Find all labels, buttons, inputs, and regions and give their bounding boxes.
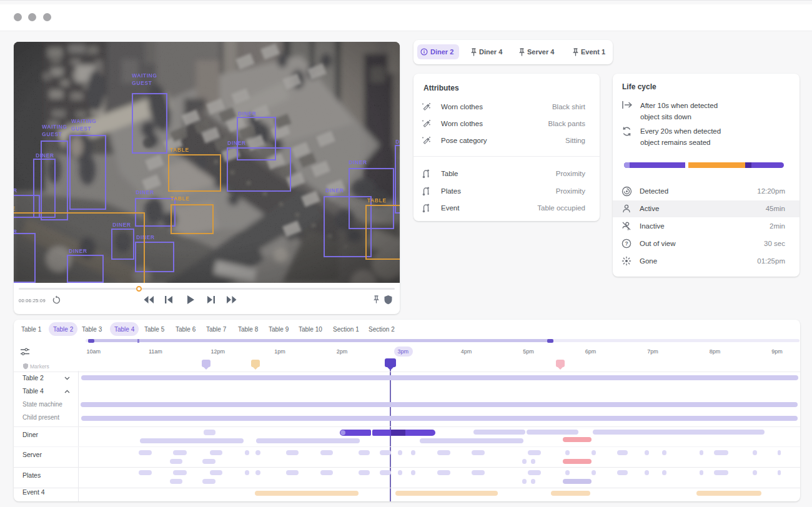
svg-text:GUEST: GUEST xyxy=(71,126,91,132)
svg-text:TABLE: TABLE xyxy=(367,197,387,204)
svg-text:DINER: DINER xyxy=(69,248,87,254)
svg-text:TABLE: TABLE xyxy=(14,205,16,212)
svg-text:DINER: DINER xyxy=(136,189,154,195)
svg-text:DINER: DINER xyxy=(395,139,400,145)
svg-text:TABLE: TABLE xyxy=(170,147,189,153)
svg-text:DINER: DINER xyxy=(136,234,154,240)
svg-text:WAITING: WAITING xyxy=(71,118,97,124)
svg-text:DINER: DINER xyxy=(112,222,131,228)
svg-text:?: ? xyxy=(625,240,628,247)
svg-text:DINER: DINER xyxy=(227,140,245,146)
svg-text:DINER: DINER xyxy=(349,159,367,165)
svg-text:GUEST: GUEST xyxy=(132,80,152,86)
svg-text:DINER: DINER xyxy=(238,111,256,117)
svg-text:DINER: DINER xyxy=(14,187,17,194)
svg-text:DINER: DINER xyxy=(36,152,54,159)
svg-text:WAITING: WAITING xyxy=(42,124,67,130)
svg-text:TABLE: TABLE xyxy=(171,195,190,202)
svg-text:GUEST: GUEST xyxy=(42,131,62,137)
svg-text:DINER: DINER xyxy=(325,187,344,194)
svg-text:WAITING: WAITING xyxy=(132,72,157,79)
svg-text:DINER: DINER xyxy=(14,229,17,235)
